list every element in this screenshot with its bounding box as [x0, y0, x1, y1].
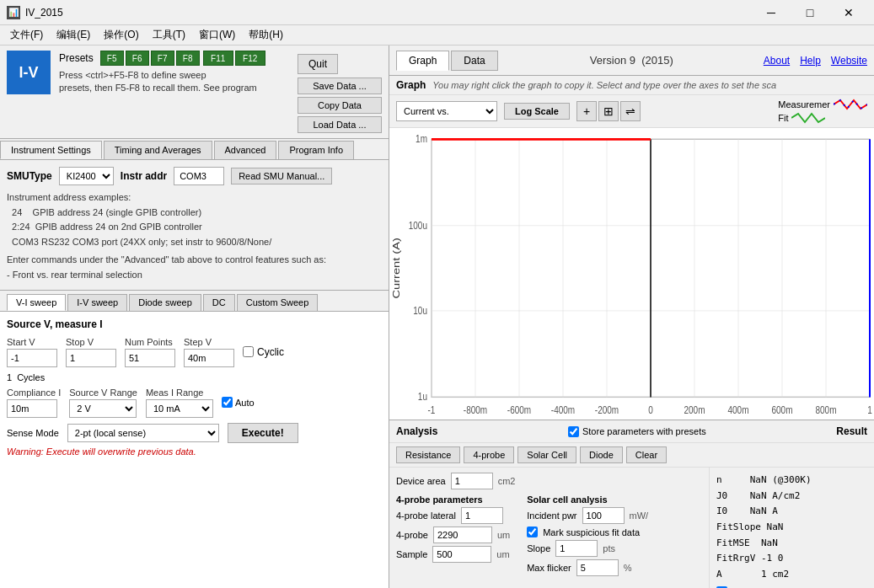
maximize-button[interactable]: □: [791, 3, 828, 22]
menu-edit[interactable]: 编辑(E): [50, 26, 97, 44]
top-nav-data[interactable]: Data: [451, 51, 497, 71]
fp-val-input[interactable]: [433, 527, 492, 543]
graph-pan-button[interactable]: ⇌: [620, 101, 641, 121]
device-area-row: Device area cm2: [396, 473, 702, 489]
fp-lateral-input[interactable]: [461, 507, 503, 524]
menu-file[interactable]: 文件(F): [3, 26, 50, 44]
tab-program-info[interactable]: Program Info: [278, 141, 354, 159]
result-title: Result: [836, 425, 867, 437]
close-button[interactable]: ✕: [830, 3, 867, 22]
source-v-range-label: Source V Range: [69, 388, 137, 398]
diode-button[interactable]: Diode: [580, 446, 623, 463]
graph-settings-button[interactable]: ⊞: [598, 101, 619, 121]
stop-v-input[interactable]: [66, 349, 116, 367]
tab-timing-averages[interactable]: Timing and Averages: [104, 141, 212, 159]
instr-addr-input[interactable]: [174, 167, 224, 185]
load-data-button[interactable]: Load Data ...: [298, 116, 382, 133]
meas-i-range-select[interactable]: 10 mA: [146, 399, 213, 418]
top-nav-graph[interactable]: Graph: [396, 51, 449, 71]
quit-button[interactable]: Quit: [298, 54, 338, 74]
smu-type-select[interactable]: KI2400: [59, 167, 114, 185]
copy-data-button[interactable]: Copy Data: [298, 97, 382, 114]
analysis-sections: 4-probe parameters 4-probe lateral 4-pro…: [396, 494, 702, 579]
sweep-tab-diode[interactable]: Diode sweep: [129, 294, 201, 311]
incident-pwr-input[interactable]: [582, 507, 625, 524]
preset-f6[interactable]: F6: [126, 51, 149, 66]
start-v-input[interactable]: [7, 349, 57, 367]
step-v-label: Step V: [184, 337, 234, 347]
nav-about[interactable]: About: [764, 55, 790, 67]
auto-checkbox[interactable]: [222, 397, 233, 408]
mark-suspicious-checkbox[interactable]: [527, 527, 538, 537]
menu-operate[interactable]: 操作(O): [97, 26, 145, 44]
window-controls[interactable]: ─ □ ✕: [753, 3, 867, 22]
source-v-range-group: Source V Range 2 V: [69, 388, 137, 418]
clear-button[interactable]: Clear: [626, 446, 667, 463]
num-points-input[interactable]: [125, 349, 175, 367]
sample-label: Sample: [396, 549, 427, 559]
nav-website[interactable]: Website: [831, 55, 867, 67]
sense-mode-select[interactable]: 2-pt (local sense): [67, 424, 219, 442]
sample-unit: um: [496, 549, 509, 559]
solar-cell-button[interactable]: Solar Cell: [517, 446, 576, 463]
title-bar: 📊 IV_2015 ─ □ ✕: [0, 0, 874, 25]
svg-text:-200m: -200m: [595, 404, 619, 416]
settings-area: SMUType KI2400 Instr addr Read SMU Manua…: [0, 160, 389, 291]
sample-input[interactable]: [432, 546, 491, 563]
menu-tools[interactable]: 工具(T): [146, 26, 192, 44]
step-v-input[interactable]: [184, 349, 234, 367]
sweep-tab-custom[interactable]: Custom Sweep: [237, 294, 319, 311]
cyclic-checkbox[interactable]: [243, 346, 254, 357]
current-vs-select[interactable]: Current vs.: [396, 101, 497, 121]
tab-advanced[interactable]: Advanced: [214, 141, 277, 159]
instruction-line2: presets, then F5-F8 to recall them. See …: [59, 83, 257, 93]
preset-f8[interactable]: F8: [176, 51, 200, 66]
header-instructions: Press <ctrl>+F5-F8 to define sweep prese…: [59, 69, 289, 95]
instrument-tab-bar: Instrument Settings Timing and Averages …: [0, 139, 389, 160]
preset-f12[interactable]: F12: [235, 51, 265, 66]
addr-examples: Instrument address examples: 24 GPIB add…: [7, 190, 382, 283]
smu-row: SMUType KI2400 Instr addr Read SMU Manua…: [7, 167, 382, 185]
execute-button[interactable]: Execute!: [228, 423, 298, 443]
legend-measure-label: Measuremer: [778, 99, 830, 110]
zoom-in-button[interactable]: +: [576, 101, 597, 121]
read-manual-button[interactable]: Read SMU Manual...: [231, 168, 332, 184]
cyclic-row: Cyclic: [243, 346, 284, 358]
tab-instrument-settings[interactable]: Instrument Settings: [0, 141, 102, 159]
resistance-button[interactable]: Resistance: [396, 446, 460, 463]
minimize-button[interactable]: ─: [753, 3, 790, 22]
device-area-input[interactable]: [451, 473, 493, 489]
fp-val-unit: um: [497, 530, 510, 540]
analysis-panel: Analysis Store parameters with presets R…: [389, 420, 874, 588]
slope-input[interactable]: [555, 540, 598, 557]
store-params-checkbox[interactable]: [568, 426, 579, 437]
compliance-input[interactable]: [7, 399, 57, 418]
svg-text:400m: 400m: [727, 404, 748, 416]
nav-help[interactable]: Help: [800, 55, 821, 67]
preset-f7[interactable]: F7: [151, 51, 174, 66]
log-scale-button[interactable]: Log Scale: [504, 103, 570, 120]
header-middle: Presets F5 F6 F7 F8 F11 F12 Press <ctrl>…: [59, 51, 289, 95]
preset-f5[interactable]: F5: [100, 51, 124, 66]
result-a: A 1 cm2: [716, 567, 867, 583]
sweep-tab-iv[interactable]: I-V sweep: [67, 294, 127, 311]
result-fitrrgv: FitRrgV -1 0: [716, 551, 867, 567]
preset-f11[interactable]: F11: [203, 51, 233, 66]
left-panel: I-V Presets F5 F6 F7 F8 F11 F12: [0, 45, 389, 588]
top-nav: Graph Data Version 9 (2015) About Help W…: [389, 45, 874, 76]
chart-svg: 1m 100u 10u 1u -1 -800m -600m -400m -200…: [389, 128, 874, 420]
addr-examples-title: Instrument address examples:: [7, 190, 382, 206]
sweep-tab-vi[interactable]: V-I sweep: [7, 294, 66, 311]
compliance-label: Compliance I: [7, 388, 61, 398]
result-text: n NaN (@300K) J0 NaN A/cm2 I0 NaN A FitS…: [716, 473, 867, 583]
start-v-group: Start V: [7, 337, 57, 367]
source-v-range-select[interactable]: 2 V: [69, 399, 137, 418]
four-probe-button[interactable]: 4-probe: [464, 446, 514, 463]
sweep-tab-dc[interactable]: DC: [203, 294, 235, 311]
top-nav-version: Version 9 (2015): [500, 54, 764, 67]
menu-window[interactable]: 窗口(W): [192, 26, 242, 44]
auto-label: Auto: [235, 398, 255, 408]
max-flicker-input[interactable]: [576, 559, 619, 576]
save-data-button[interactable]: Save Data ...: [298, 78, 382, 94]
menu-help[interactable]: 帮助(H): [242, 26, 290, 44]
